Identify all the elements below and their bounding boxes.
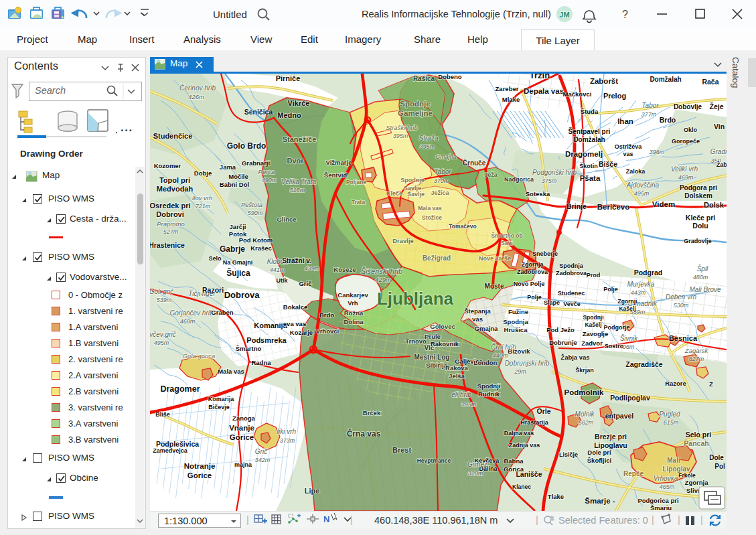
- svg-text:Mestni Log: Mestni Log: [414, 354, 450, 361]
- svg-text:Podgrad: Podgrad: [634, 269, 663, 277]
- svg-text:Mali Brove: Mali Brove: [689, 286, 721, 293]
- svg-text:Ajdovščina: Ajdovščina: [626, 181, 660, 189]
- svg-text:Dole: Dole: [709, 454, 724, 461]
- svg-text:Beričevo: Beričevo: [597, 203, 630, 211]
- svg-text:Zaboršt: Zaboršt: [590, 77, 618, 85]
- svg-text:Krašec: Krašec: [250, 244, 272, 252]
- svg-text:Dobje: Dobje: [194, 169, 212, 177]
- svg-text:Jarčji: Jarčji: [230, 223, 246, 230]
- svg-text:342m: 342m: [255, 457, 271, 463]
- svg-text:Bišče: Bišče: [599, 160, 617, 168]
- svg-text:Koseze: Koseze: [333, 266, 356, 273]
- svg-text:Škotin: Škotin: [579, 162, 598, 169]
- svg-text:Sneberje: Sneberje: [532, 250, 558, 257]
- svg-text:Trnovo: Trnovo: [405, 337, 427, 345]
- svg-text:373m: 373m: [280, 437, 295, 444]
- svg-text:Spodnje: Spodnje: [400, 177, 425, 183]
- svg-text:Gola gorica: Gola gorica: [183, 352, 216, 360]
- svg-text:Domžalah: Domžalah: [650, 76, 681, 83]
- svg-text:Bokalce: Bokalce: [283, 303, 307, 311]
- svg-text:Rakova: Rakova: [445, 364, 469, 372]
- svg-text:Spodnje: Spodnje: [400, 100, 430, 108]
- svg-text:495m: 495m: [154, 339, 169, 346]
- svg-text:Golovec: Golovec: [430, 323, 455, 330]
- svg-text:Vin: Vin: [714, 123, 725, 131]
- svg-text:Na Gmajni: Na Gmajni: [223, 259, 253, 266]
- svg-text:Trata: Trata: [352, 199, 366, 206]
- svg-text:Polje: Polje: [527, 294, 542, 301]
- svg-text:Spodnja: Spodnja: [503, 318, 528, 325]
- svg-text:Špil: Špil: [697, 264, 708, 273]
- svg-text:530m: 530m: [674, 302, 689, 309]
- svg-text:Polje: Polje: [603, 286, 618, 293]
- svg-text:Sostro: Sostro: [605, 343, 624, 350]
- svg-text:627m: 627m: [689, 356, 704, 362]
- svg-text:Straža: Straža: [419, 135, 439, 142]
- svg-text:Glince: Glince: [277, 216, 296, 223]
- svg-text:Nove Jarše: Nove Jarše: [479, 255, 511, 262]
- svg-text:Razore: Razore: [665, 380, 686, 387]
- svg-text:Repče: Repče: [623, 470, 644, 477]
- svg-text:Selo: Selo: [208, 255, 222, 262]
- svg-text:Vnanje: Vnanje: [229, 424, 254, 432]
- svg-text:Šmartno ob: Šmartno ob: [491, 232, 522, 239]
- svg-text:Gabrje: Gabrje: [220, 244, 245, 254]
- svg-text:468m: 468m: [180, 318, 196, 325]
- svg-text:Mala vas: Mala vas: [218, 368, 244, 375]
- svg-text:Gmajna: Gmajna: [435, 153, 457, 160]
- svg-text:Tabor: Tabor: [641, 102, 659, 109]
- svg-text:Mačkovci: Mačkovci: [563, 90, 592, 98]
- svg-text:440m: 440m: [493, 352, 508, 359]
- svg-text:Gmajna: Gmajna: [475, 325, 499, 332]
- svg-text:Zgornja: Zgornja: [685, 479, 709, 486]
- svg-text:Grmez: Grmez: [467, 461, 487, 468]
- svg-text:Vrh: Vrh: [348, 299, 358, 307]
- svg-text:Dobeno: Dobeno: [438, 74, 462, 80]
- svg-text:Z: Z: [709, 380, 713, 388]
- svg-text:Ihan: Ihan: [617, 117, 633, 125]
- svg-text:Kašelj: Kašelj: [585, 321, 601, 328]
- svg-text:Daljna vas: Daljna vas: [504, 430, 534, 437]
- svg-text:Gorice: Gorice: [187, 471, 212, 479]
- svg-text:Murjevka: Murjevka: [627, 281, 655, 288]
- svg-text:Golo Brdo: Golo Brdo: [227, 141, 267, 151]
- svg-text:Ilov vrh: Ilov vrh: [192, 194, 213, 202]
- svg-text:Šivnik: Šivnik: [620, 334, 639, 342]
- svg-text:Pancah: Pancah: [684, 439, 708, 447]
- svg-text:Kozomer: Kozomer: [154, 162, 181, 169]
- svg-text:Kašelj: Kašelj: [619, 305, 635, 312]
- svg-text:Gorjančev hrib: Gorjančev hrib: [169, 309, 213, 317]
- svg-text:Dolina: Dolina: [344, 318, 364, 325]
- svg-text:Dobrunjski hrib: Dobrunjski hrib: [505, 360, 550, 367]
- svg-text:Soteska: Soteska: [526, 190, 550, 198]
- svg-text:395m: 395m: [461, 401, 477, 408]
- svg-text:Šentvid: Šentvid: [324, 171, 348, 179]
- svg-text:Dobrova: Dobrova: [224, 290, 260, 300]
- svg-text:518m: 518m: [290, 187, 305, 194]
- svg-text:721m: 721m: [196, 203, 211, 210]
- svg-text:Seničica: Seničica: [244, 108, 273, 116]
- svg-text:Stanežiče: Stanežiče: [283, 135, 317, 143]
- svg-text:Novo Polje: Novo Polje: [514, 281, 545, 287]
- svg-text:Ježa: Ježa: [484, 171, 498, 178]
- svg-text:Mali: Mali: [667, 457, 680, 464]
- svg-text:Pod Kotom: Pod Kotom: [239, 236, 273, 244]
- svg-text:Zgornji: Zgornji: [618, 298, 637, 305]
- svg-text:?: ?: [622, 9, 628, 20]
- svg-text:Bičevje: Bičevje: [208, 404, 230, 410]
- svg-text:Prod: Prod: [587, 272, 601, 279]
- svg-text:Gradovlje: Gradovlje: [684, 238, 712, 244]
- svg-text:582m: 582m: [579, 419, 594, 426]
- svg-text:Dolsk: Dolsk: [704, 201, 725, 209]
- svg-text:Peštota: Peštota: [241, 201, 262, 208]
- svg-text:včev grič: včev grič: [150, 331, 176, 338]
- svg-text:Zgornja: Zgornja: [522, 261, 544, 268]
- svg-text:320m: 320m: [468, 470, 483, 477]
- svg-text:Lipe: Lipe: [305, 487, 320, 495]
- svg-text:Razori: Razori: [202, 286, 224, 294]
- svg-text:495m: 495m: [634, 190, 650, 197]
- svg-text:Dolu: Dolu: [692, 222, 708, 230]
- svg-text:Rašica: Rašica: [413, 75, 435, 82]
- svg-text:Zagarsk: Zagarsk: [684, 347, 709, 354]
- svg-text:Rožna: Rožna: [344, 309, 364, 317]
